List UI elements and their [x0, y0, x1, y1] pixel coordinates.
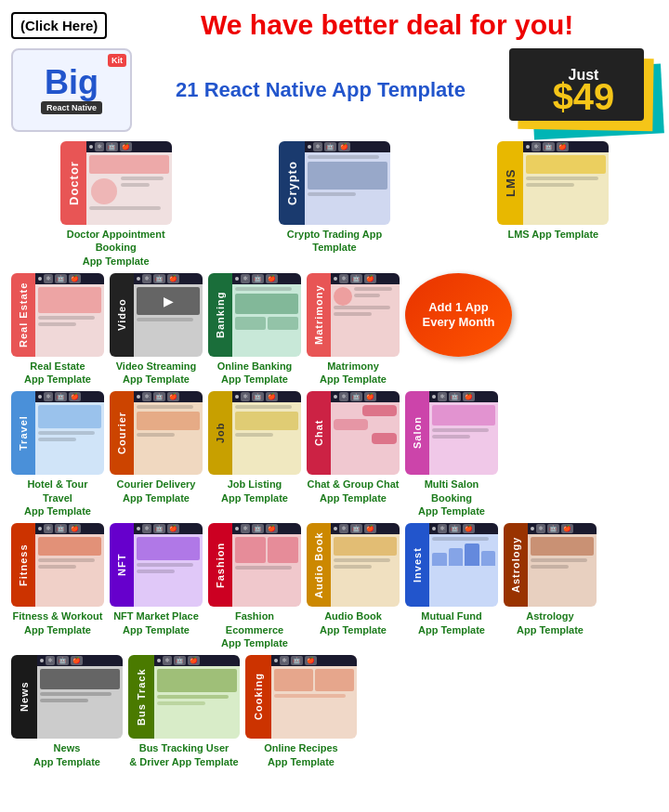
fashion-label: Fashion EcommerceApp Template [208, 609, 301, 649]
center-banner-text: 21 React Native App Template [132, 78, 509, 102]
row-2: Real Estate ⚛🤖🍎 Real EstateApp Template … [11, 273, 658, 386]
realestate-label: Real EstateApp Template [24, 360, 91, 386]
fitness-label: Fitness & WorkoutApp Template [13, 609, 103, 636]
row-3: Travel ⚛🤖🍎 Hotel & Tour TravelApp Templa… [11, 391, 658, 517]
nft-label: NFT Market PlaceApp Template [113, 609, 199, 636]
invest-label: Mutual FundApp Template [418, 609, 485, 636]
news-label: NewsApp Template [33, 741, 100, 768]
salon-label: Multi Salon BookingApp Template [405, 478, 498, 517]
astrology-label: AstrologyApp Template [517, 609, 584, 636]
crypto-label: Crypto Trading App Template [279, 228, 390, 255]
app-item-fashion[interactable]: Fashion ⚛🤖🍎 Fashion EcommerceApp Templat… [208, 523, 301, 649]
cooking-label: Online RecipesApp Template [264, 741, 337, 768]
job-label: Job ListingApp Template [221, 478, 288, 504]
bigkit-logo: Kit Big React Native [11, 48, 132, 132]
big-text: Big [45, 66, 98, 99]
price-badge: Just $49 [509, 48, 658, 132]
app-item-fitness[interactable]: Fitness ⚛🤖🍎 Fitness & WorkoutApp Templat… [11, 523, 104, 636]
app-item-crypto[interactable]: Crypto ⚛ 🤖 🍎 Crypto Trading App Tem [279, 141, 390, 255]
click-here-label[interactable]: (Click Here) [11, 12, 107, 39]
banking-label: Online BankingApp Template [217, 360, 293, 386]
row-1: Doctor ⚛ 🤖 🍎 [11, 141, 658, 268]
app-item-matrimony[interactable]: Matrimony ⚛🤖🍎 [307, 273, 400, 386]
header: (Click Here) We have better deal for you… [11, 9, 658, 41]
kit-badge: Kit [108, 54, 126, 67]
lms-label: LMS App Template [507, 228, 598, 241]
app-item-cooking[interactable]: Cooking ⚛🤖🍎 Online RecipesApp Template [245, 655, 357, 768]
bustrack-label: Bus Tracking User& Driver App Template [129, 741, 238, 768]
deal-text: We have better deal for you! [107, 9, 658, 41]
app-item-lms[interactable]: LMS ⚛ 🤖 🍎 LMS App Template [497, 141, 609, 241]
audiobook-label: Audio BookApp Template [320, 609, 387, 636]
row-4: Fitness ⚛🤖🍎 Fitness & WorkoutApp Templat… [11, 523, 658, 649]
video-label: Video StreamingApp Template [116, 360, 197, 386]
matrimony-label: MatrimonyApp Template [320, 360, 387, 386]
app-item-banking[interactable]: Banking ⚛🤖🍎 Online BankingApp Template [208, 273, 301, 386]
banner-row: Kit Big React Native 21 React Native App… [11, 48, 658, 132]
courier-label: Courier DeliveryApp Template [117, 478, 196, 504]
add-app-sticker: Add 1 App Every Month [405, 273, 512, 357]
app-item-doctor[interactable]: Doctor ⚛ 🤖 🍎 [60, 141, 172, 268]
row-5: News ⚛🤖🍎 NewsApp Template Bus Track ⚛🤖🍎 [11, 655, 658, 768]
price-value: $49 [553, 76, 615, 118]
app-item-news[interactable]: News ⚛🤖🍎 NewsApp Template [11, 655, 123, 768]
app-item-invest[interactable]: Invest ⚛🤖🍎 Mutual FundApp Template [405, 523, 498, 636]
app-item-audiobook[interactable]: Audio Book ⚛🤖🍎 Audio BookApp Template [307, 523, 400, 636]
app-item-chat[interactable]: Chat ⚛🤖🍎 Chat & Group ChatApp Template [307, 391, 400, 504]
app-item-astrology[interactable]: Astrology ⚛🤖🍎 AstrologyApp Template [504, 523, 597, 636]
app-item-realestate[interactable]: Real Estate ⚛🤖🍎 Real EstateApp Template [11, 273, 104, 386]
doctor-label: Doctor Appointment BookingApp Template [60, 228, 172, 268]
travel-label: Hotel & Tour TravelApp Template [11, 478, 104, 517]
react-native-text: React Native [41, 101, 102, 114]
chat-label: Chat & Group ChatApp Template [308, 478, 400, 504]
app-item-courier[interactable]: Courier ⚛🤖🍎 Courier DeliveryApp Template [110, 391, 203, 504]
app-item-travel[interactable]: Travel ⚛🤖🍎 Hotel & Tour TravelApp Templa… [11, 391, 104, 517]
app-item-nft[interactable]: NFT ⚛🤖🍎 NFT Market PlaceApp Template [110, 523, 203, 636]
app-item-job[interactable]: Job ⚛🤖🍎 Job ListingApp Template [208, 391, 301, 504]
main-container: (Click Here) We have better deal for you… [0, 0, 669, 783]
app-item-bustrack[interactable]: Bus Track ⚛🤖🍎 Bus Tracking User& Driver … [128, 655, 240, 768]
app-item-video[interactable]: Video ⚛🤖🍎 ▶ Video StreamingApp Template [110, 273, 203, 386]
app-item-salon[interactable]: Salon ⚛🤖🍎 Multi Salon BookingApp Templat… [405, 391, 498, 517]
